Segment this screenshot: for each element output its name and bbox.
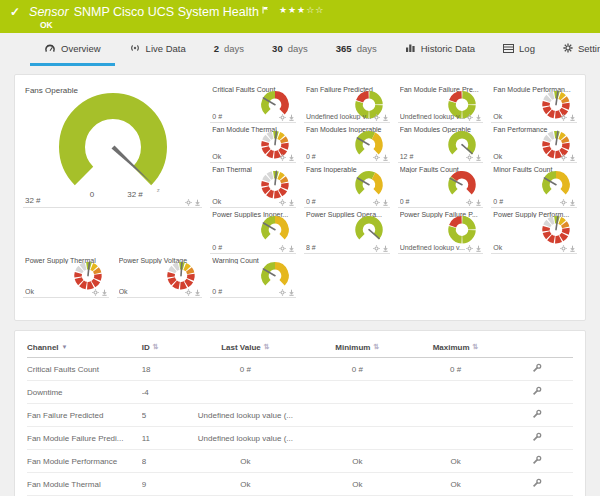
gauge-settings-gear-icon[interactable] — [466, 245, 473, 252]
fans-operable-gauge: 032 #z — [23, 89, 202, 201]
gauge-tile-power-supply-voltage[interactable]: Power Supply VoltageOk — [117, 254, 203, 298]
gauge-tile-fans-operable[interactable]: Fans Operable032 #z32 # — [23, 83, 202, 208]
gauge-value: 0 # — [212, 288, 278, 295]
gauge-settings-gear-icon[interactable] — [279, 245, 286, 252]
gauge-tile-power-supplies-inoper[interactable]: Power Supplies Inoper...0 # — [210, 208, 296, 254]
gauge-pin-icon[interactable] — [382, 154, 389, 161]
gauge-settings-gear-icon[interactable] — [279, 289, 286, 296]
tab-live-data[interactable]: Live Data — [115, 33, 200, 66]
edit-channel-wrench-icon[interactable] — [532, 412, 542, 421]
gauge-tile-warning-count[interactable]: Warning Count0 # — [210, 254, 296, 298]
cell-id: 8 — [142, 450, 186, 473]
gauge-tile-minor-faults-count[interactable]: Minor Faults Count0 # — [491, 163, 577, 208]
gauge-settings-gear-icon[interactable] — [373, 199, 380, 206]
gauge-settings-gear-icon[interactable] — [279, 154, 286, 161]
gauge-tile-fans-inoperable[interactable]: Fans Inoperable0 # — [304, 163, 390, 208]
gauge-tile-fan-module-failure-pre[interactable]: Fan Module Failure Pre...Undefined looku… — [398, 83, 484, 123]
gauge-pin-icon[interactable] — [569, 114, 576, 121]
tab-historic-data[interactable]: Historic Data — [391, 33, 489, 66]
gauge-pin-icon[interactable] — [288, 154, 295, 161]
edit-channel-wrench-icon[interactable] — [532, 458, 542, 467]
gauge-settings-gear-icon[interactable] — [279, 114, 286, 121]
gauge-settings-gear-icon[interactable] — [373, 245, 380, 252]
tab-30-days[interactable]: 30days — [258, 33, 322, 66]
column-label: Last Value — [221, 343, 261, 352]
gauge-tile-major-faults-count[interactable]: Major Faults Count0 # — [398, 163, 484, 208]
gauge-settings-gear-icon[interactable] — [560, 114, 567, 121]
gauge-pin-icon[interactable] — [288, 245, 295, 252]
cell-min — [305, 404, 409, 427]
tab-log[interactable]: Log — [489, 33, 549, 66]
sensor-kind-label: Sensor — [29, 5, 69, 19]
gauge-icon — [44, 43, 56, 53]
gauge-value: 0 # — [493, 198, 559, 205]
gauge-pin-icon[interactable] — [382, 114, 389, 121]
gauge-tile-critical-faults-count[interactable]: Critical Faults Count0 # — [210, 83, 296, 123]
gauge-pin-icon[interactable] — [288, 289, 295, 296]
flag-icon[interactable] — [262, 0, 269, 18]
gauge-pin-icon[interactable] — [382, 245, 389, 252]
gauge-tile-fan-failure-predicted[interactable]: Fan Failure PredictedUndefined lookup v.… — [304, 83, 390, 123]
gauge-pin-icon[interactable] — [475, 114, 482, 121]
gauge-tile-power-supply-perform[interactable]: Power Supply Perform...Ok — [491, 208, 577, 254]
gauge-dial — [445, 215, 479, 244]
edit-channel-wrench-icon[interactable] — [532, 389, 542, 398]
table-row-fan-module-performance: Fan Module Performance8OkOkOk — [27, 450, 573, 473]
gauge-pin-icon[interactable] — [194, 199, 201, 206]
gauge-pin-icon[interactable] — [475, 245, 482, 252]
tab-overview[interactable]: Overview — [30, 33, 115, 66]
gauge-pin-icon[interactable] — [569, 199, 576, 206]
gauge-tile-power-supply-failure-p[interactable]: Power Supply Failure P...Undefined looku… — [398, 208, 484, 254]
gauge-settings-gear-icon[interactable] — [185, 199, 192, 206]
gauge-dial — [258, 170, 292, 199]
gauge-pin-icon[interactable] — [288, 114, 295, 121]
gauge-pin-icon[interactable] — [569, 245, 576, 252]
gauge-settings-gear-icon[interactable] — [373, 154, 380, 161]
edit-channel-wrench-icon[interactable] — [532, 481, 542, 490]
column-header-maximum[interactable]: Maximum⇅ — [409, 337, 502, 358]
column-header-last-value[interactable]: Last Value⇅ — [185, 337, 305, 358]
gauge-tile-fan-modules-operable[interactable]: Fan Modules Operable12 # — [398, 123, 484, 163]
gauge-pin-icon[interactable] — [382, 199, 389, 206]
tab-settings[interactable]: Settings — [549, 33, 600, 66]
gauge-settings-gear-icon[interactable] — [560, 245, 567, 252]
table-row-fan-failure-predicted: Fan Failure Predicted5Undefined lookup v… — [27, 404, 573, 427]
cell-id: 18 — [142, 358, 186, 381]
gauge-tile-fan-modules-inoperable[interactable]: Fan Modules Inoperable0 # — [304, 123, 390, 163]
gauge-tile-power-supplies-opera[interactable]: Power Supplies Opera...8 # — [304, 208, 390, 254]
gauge-tile-fan-thermal[interactable]: Fan ThermalOk — [210, 163, 296, 208]
gauge-tile-power-supply-thermal[interactable]: Power Supply ThermalOk — [23, 254, 109, 298]
column-header-channel[interactable]: Channel▼ — [27, 337, 142, 358]
gauge-settings-gear-icon[interactable] — [466, 114, 473, 121]
gauge-tile-fan-module-performan[interactable]: Fan Module Performan...Ok — [491, 83, 577, 123]
cell-id: -4 — [142, 381, 186, 404]
tab-2-days[interactable]: 2days — [200, 33, 258, 66]
priority-stars[interactable]: ★★★☆☆ — [279, 5, 324, 15]
gauge-settings-gear-icon[interactable] — [466, 199, 473, 206]
column-header-id[interactable]: ID⇅ — [142, 337, 186, 358]
gauge-value: 32 # — [25, 196, 162, 205]
gauge-pin-icon[interactable] — [475, 154, 482, 161]
cell-last: Ok — [185, 473, 305, 496]
gauge-settings-gear-icon[interactable] — [92, 289, 99, 296]
gauge-tile-fan-module-thermal[interactable]: Fan Module ThermalOk — [210, 123, 296, 163]
gauge-pin-icon[interactable] — [475, 199, 482, 206]
tab-number: 365 — [336, 43, 352, 54]
gauge-settings-gear-icon[interactable] — [279, 199, 286, 206]
gauge-value: 0 # — [400, 198, 466, 205]
gauge-settings-gear-icon[interactable] — [560, 199, 567, 206]
gauge-pin-icon[interactable] — [194, 289, 201, 296]
gauge-pin-icon[interactable] — [569, 154, 576, 161]
gauge-tile-fan-performance[interactable]: Fan PerformanceOk — [491, 123, 577, 163]
gauge-settings-gear-icon[interactable] — [466, 154, 473, 161]
column-header-minimum[interactable]: Minimum⇅ — [305, 337, 409, 358]
gauge-settings-gear-icon[interactable] — [185, 289, 192, 296]
tab-label: days — [357, 43, 377, 54]
edit-channel-wrench-icon[interactable] — [532, 435, 542, 444]
edit-channel-wrench-icon[interactable] — [532, 366, 542, 375]
gauge-settings-gear-icon[interactable] — [373, 114, 380, 121]
gauge-settings-gear-icon[interactable] — [560, 154, 567, 161]
tab-365-days[interactable]: 365days — [322, 33, 391, 66]
gauge-pin-icon[interactable] — [288, 199, 295, 206]
gauge-pin-icon[interactable] — [101, 289, 108, 296]
